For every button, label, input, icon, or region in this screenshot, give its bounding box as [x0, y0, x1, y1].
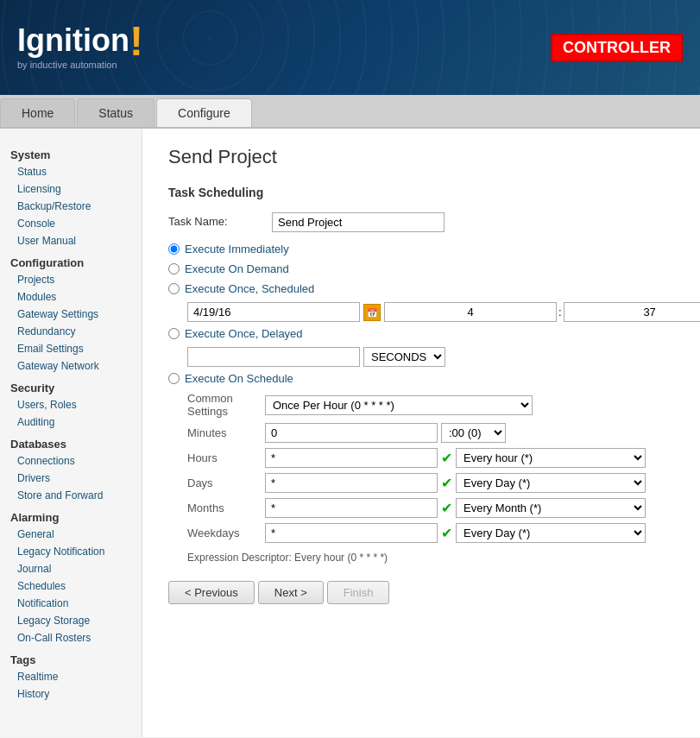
- task-name-input[interactable]: [272, 212, 445, 232]
- sidebar-section-alarming: Alarming: [0, 504, 142, 526]
- days-select[interactable]: Every Day (*) Sunday (0) Monday (1): [456, 473, 646, 493]
- days-check-icon: ✔: [441, 475, 452, 491]
- weekdays-input[interactable]: [265, 523, 438, 543]
- days-row: Days ✔ Every Day (*) Sunday (0) Monday (…: [187, 473, 700, 493]
- schedule-section: Common Settings Once Per Hour (0 * * * *…: [187, 392, 700, 564]
- sidebar-item-modules[interactable]: Modules: [0, 288, 142, 306]
- sidebar-item-status[interactable]: Status: [0, 163, 142, 180]
- sidebar-item-gateway-network[interactable]: Gateway Network: [0, 357, 142, 375]
- expression-descriptor: Expression Descriptor: Every hour (0 * *…: [187, 552, 700, 564]
- header: Ignition! by inductive automation CONTRO…: [0, 0, 700, 95]
- radio-row-execute-immediately: Execute Immediately: [168, 243, 700, 255]
- radio-execute-on-schedule[interactable]: [168, 373, 180, 384]
- radio-row-execute-on-demand: Execute On Demand: [168, 262, 700, 275]
- main-content: Send Project Task Scheduling Task Name: …: [142, 129, 700, 737]
- sidebar-item-legacy-notification[interactable]: Legacy Notification: [0, 543, 142, 560]
- sidebar-item-on-call-rosters[interactable]: On-Call Rosters: [0, 629, 142, 647]
- label-execute-on-demand[interactable]: Execute On Demand: [185, 262, 289, 275]
- task-name-row: Task Name:: [168, 212, 700, 232]
- months-select[interactable]: Every Month (*) January (1) February (2): [456, 498, 646, 518]
- logo-exclaim: !: [129, 25, 143, 58]
- sidebar-item-auditing[interactable]: Auditing: [0, 413, 142, 431]
- hours-label: Hours: [187, 451, 265, 464]
- hours-check-icon: ✔: [441, 450, 452, 466]
- sidebar-section-databases: Databases: [0, 431, 142, 452]
- common-settings-label: Common Settings: [187, 392, 265, 418]
- sidebar-item-gateway-settings[interactable]: Gateway Settings: [0, 306, 142, 323]
- label-execute-once-scheduled[interactable]: Execute Once, Scheduled: [185, 282, 314, 295]
- months-label: Months: [187, 501, 265, 514]
- minutes-select[interactable]: :00 (0) :15 (15) :30 (30) :45 (45): [441, 423, 506, 443]
- days-input[interactable]: [265, 473, 438, 493]
- minutes-input[interactable]: [265, 423, 438, 443]
- sidebar-section-security: Security: [0, 375, 142, 396]
- sidebar-item-realtime[interactable]: Realtime: [0, 668, 142, 685]
- tab-configure[interactable]: Configure: [156, 98, 252, 127]
- next-button[interactable]: Next >: [258, 581, 324, 604]
- days-label: Days: [187, 476, 265, 489]
- delay-unit-select[interactable]: SECONDS MINUTES HOURS: [363, 347, 445, 367]
- radio-execute-once-delayed[interactable]: [168, 328, 180, 339]
- delay-row: SECONDS MINUTES HOURS: [187, 347, 700, 367]
- radio-execute-once-scheduled[interactable]: [168, 283, 180, 294]
- nav-tabs: Home Status Configure: [0, 95, 700, 129]
- common-settings-select[interactable]: Once Per Hour (0 * * * *) Once Per Day (…: [265, 395, 533, 415]
- sidebar-item-email-settings[interactable]: Email Settings: [0, 340, 142, 357]
- finish-button[interactable]: Finish: [327, 581, 390, 604]
- label-execute-on-schedule[interactable]: Execute On Schedule: [185, 372, 293, 385]
- task-name-control: [272, 212, 700, 232]
- minutes-label: Minutes: [187, 426, 265, 439]
- sidebar-item-notification[interactable]: Notification: [0, 595, 142, 612]
- sidebar: System Status Licensing Backup/Restore C…: [0, 129, 142, 737]
- sidebar-section-tags: Tags: [0, 647, 142, 668]
- hours-input[interactable]: [265, 448, 438, 468]
- calendar-icon[interactable]: 📅: [363, 304, 381, 321]
- radio-group: Execute Immediately Execute On Demand Ex…: [168, 243, 700, 564]
- weekdays-row: Weekdays ✔ Every Day (*) Sunday (0) Mond…: [187, 523, 700, 543]
- hours-select[interactable]: Every hour (*) 12 AM (0) 1 AM (1): [456, 448, 646, 468]
- sidebar-item-users-roles[interactable]: Users, Roles: [0, 396, 142, 413]
- hours-row: Hours ✔ Every hour (*) 12 AM (0) 1 AM (1…: [187, 448, 700, 468]
- logo-subtitle: by inductive automation: [17, 60, 143, 70]
- sidebar-item-projects[interactable]: Projects: [0, 271, 142, 288]
- label-execute-once-delayed[interactable]: Execute Once, Delayed: [185, 327, 303, 340]
- sidebar-item-schedules[interactable]: Schedules: [0, 577, 142, 595]
- sidebar-item-console[interactable]: Console: [0, 215, 142, 232]
- tab-home[interactable]: Home: [0, 98, 75, 127]
- months-input[interactable]: [265, 498, 438, 518]
- sidebar-item-history[interactable]: History: [0, 685, 142, 703]
- layout: System Status Licensing Backup/Restore C…: [0, 129, 700, 737]
- radio-row-execute-once-scheduled: Execute Once, Scheduled: [168, 282, 700, 295]
- scheduled-minute-input[interactable]: [564, 302, 700, 322]
- page-title: Send Project: [168, 146, 700, 168]
- time-colon: :: [558, 306, 562, 319]
- sidebar-item-store-and-forward[interactable]: Store and Forward: [0, 487, 142, 504]
- sidebar-item-journal[interactable]: Journal: [0, 560, 142, 577]
- sidebar-item-legacy-storage[interactable]: Legacy Storage: [0, 612, 142, 629]
- section-title: Task Scheduling: [168, 186, 700, 199]
- weekdays-select[interactable]: Every Day (*) Sunday (0) Monday (1): [456, 523, 646, 543]
- sidebar-section-configuration: Configuration: [0, 249, 142, 271]
- previous-button[interactable]: < Previous: [168, 581, 255, 604]
- scheduled-date-input[interactable]: [187, 302, 360, 322]
- sidebar-item-licensing[interactable]: Licensing: [0, 180, 142, 198]
- months-row: Months ✔ Every Month (*) January (1) Feb…: [187, 498, 700, 518]
- months-check-icon: ✔: [441, 500, 452, 516]
- sidebar-item-general[interactable]: General: [0, 526, 142, 543]
- radio-execute-immediately[interactable]: [168, 243, 180, 255]
- sidebar-section-system: System: [0, 142, 142, 163]
- weekdays-check-icon: ✔: [441, 525, 452, 541]
- sidebar-item-redundancy[interactable]: Redundancy: [0, 323, 142, 340]
- task-name-label: Task Name:: [168, 212, 272, 228]
- tab-status[interactable]: Status: [77, 98, 155, 127]
- scheduled-hour-input[interactable]: [384, 302, 557, 322]
- delay-value-input[interactable]: [187, 347, 360, 367]
- sidebar-item-backup-restore[interactable]: Backup/Restore: [0, 198, 142, 215]
- sidebar-item-user-manual[interactable]: User Manual: [0, 232, 142, 249]
- label-execute-immediately[interactable]: Execute Immediately: [185, 243, 289, 255]
- sidebar-item-connections[interactable]: Connections: [0, 452, 142, 470]
- radio-row-execute-on-schedule: Execute On Schedule: [168, 372, 700, 385]
- radio-execute-on-demand[interactable]: [168, 263, 180, 274]
- sidebar-item-drivers[interactable]: Drivers: [0, 470, 142, 487]
- logo: Ignition! by inductive automation: [17, 25, 143, 70]
